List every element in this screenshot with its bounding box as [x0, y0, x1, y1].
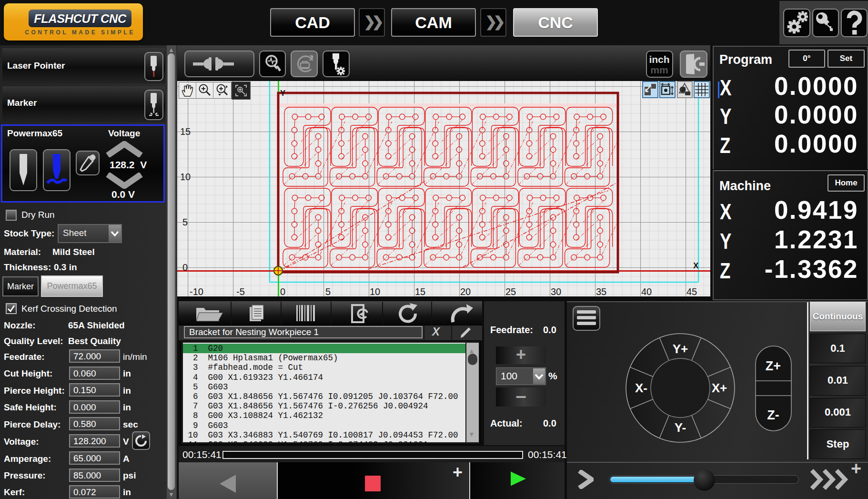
svg-text:40: 40 [641, 286, 652, 296]
svg-text:-5: -5 [236, 286, 245, 296]
svg-text:-10: -10 [190, 286, 203, 296]
svg-text:X-: X- [635, 381, 647, 395]
svg-text:Z-: Z- [767, 408, 779, 422]
svg-text:25: 25 [505, 286, 516, 296]
svg-text:30: 30 [551, 286, 561, 296]
svg-text:Y+: Y+ [673, 342, 688, 356]
svg-text:X: X [693, 261, 699, 270]
svg-text:5: 5 [325, 286, 331, 296]
svg-text:10: 10 [180, 172, 191, 182]
svg-text:inch: inch [649, 54, 669, 65]
svg-text:15: 15 [180, 126, 191, 137]
svg-text:mm: mm [650, 64, 668, 75]
svg-text:20: 20 [460, 286, 471, 296]
svg-text:0: 0 [182, 262, 188, 273]
svg-text:5: 5 [182, 217, 188, 227]
svg-text:15: 15 [415, 286, 425, 296]
svg-text:Y: Y [280, 89, 286, 98]
svg-text:Z+: Z+ [766, 359, 781, 373]
svg-text:35: 35 [596, 286, 606, 296]
svg-text:0: 0 [280, 286, 285, 296]
svg-text:10: 10 [370, 286, 380, 296]
svg-text:X+: X+ [712, 381, 727, 395]
svg-text:Y-: Y- [675, 420, 686, 435]
svg-text:45: 45 [686, 286, 697, 296]
